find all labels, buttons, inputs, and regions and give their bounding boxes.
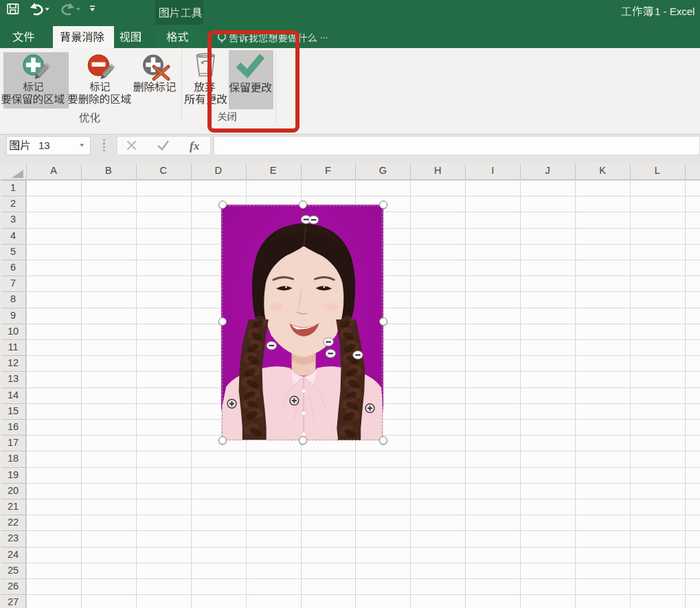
svg-text:fx: fx <box>190 139 200 153</box>
